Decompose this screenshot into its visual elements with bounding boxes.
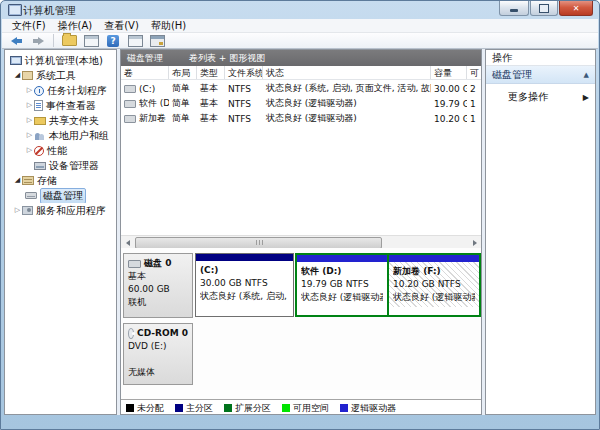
volume-row-f[interactable]: 新加卷 ... 简单 基本 NTFS 状态良好 (逻辑驱动器) 10.20 GB… xyxy=(121,111,481,126)
column-layout[interactable]: 布局 xyxy=(169,66,197,79)
disk-management-tool-icon xyxy=(150,35,165,47)
submenu-arrow-icon: ▶ xyxy=(583,93,589,102)
logical-drive-band xyxy=(389,255,479,262)
tree-item-label: 共享文件夹 xyxy=(49,114,99,128)
tree-item-local-users-groups[interactable]: ▷ 本地用户和组 xyxy=(5,128,116,143)
partition-status: 状态良好 (逻辑驱动器) xyxy=(301,291,383,304)
cell-volume: (C:) xyxy=(121,84,169,94)
tree-item-event-viewer[interactable]: ▷ 事件查看器 xyxy=(5,98,116,113)
free-space-swatch xyxy=(282,404,290,412)
column-capacity[interactable]: 容量 xyxy=(431,66,467,79)
tree-item-services-apps[interactable]: ▷ 服务和应用程序 xyxy=(5,203,116,218)
primary-partition-band xyxy=(196,254,293,261)
folder-up-icon xyxy=(62,35,77,46)
expander-collapsed-icon[interactable]: ▷ xyxy=(25,131,34,140)
expander-collapsed-icon[interactable]: ▷ xyxy=(25,101,34,110)
menu-file[interactable]: 文件(F) xyxy=(6,19,52,33)
expander-collapsed-icon[interactable]: ▷ xyxy=(25,86,34,95)
tree-item-performance[interactable]: ▷ 性能 xyxy=(5,143,116,158)
cell-status: 状态良好 (系统, 启动, 页面文件, 活动, 故障转储, 主分区) xyxy=(263,82,431,95)
column-filesystem[interactable]: 文件系统 xyxy=(225,66,263,79)
show-actions-pane-button[interactable] xyxy=(126,34,144,48)
scroll-left-button[interactable] xyxy=(121,237,134,248)
legend-primary: 主分区 xyxy=(175,402,213,415)
partition-d[interactable]: 软件 (D:) 19.79 GB NTFS 状态良好 (逻辑驱动器) xyxy=(297,255,387,315)
maximize-button[interactable] xyxy=(530,1,558,16)
cell-layout: 简单 xyxy=(169,82,197,95)
actions-pane: 操作 磁盘管理 ▲ 更多操作 ▶ xyxy=(485,49,596,415)
cdrom-media-status: 无媒体 xyxy=(128,366,188,379)
console-window-icon xyxy=(84,35,99,47)
minimize-button[interactable] xyxy=(499,1,529,16)
actions-section-disk-management[interactable]: 磁盘管理 ▲ xyxy=(486,66,595,84)
title-bar[interactable]: 计算机管理 ✕ xyxy=(1,1,599,19)
computer-management-window: 计算机管理 ✕ 文件(F) 操作(A) 查看(V) 帮助(H) ? 计算机管理(… xyxy=(0,0,600,430)
horizontal-scrollbar[interactable] xyxy=(121,235,481,248)
partition-size: 30.00 GB NTFS xyxy=(200,277,289,290)
extended-partition: 软件 (D:) 19.79 GB NTFS 状态良好 (逻辑驱动器) 新加卷 (… xyxy=(295,253,481,317)
close-button[interactable]: ✕ xyxy=(559,1,593,16)
tree-item-storage[interactable]: ◢ 存储 xyxy=(5,173,116,188)
partition-size: 19.79 GB NTFS xyxy=(301,278,383,291)
scroll-left-icon xyxy=(126,240,130,246)
show-console-tree-button[interactable] xyxy=(82,34,100,48)
collapse-section-icon[interactable]: ▲ xyxy=(584,71,589,79)
forward-arrow-icon xyxy=(38,37,44,45)
expander-collapsed-icon[interactable]: ▷ xyxy=(13,206,22,215)
partition-c[interactable]: (C:) 30.00 GB NTFS 状态良好 (系统, 启动, 页面文件, 活… xyxy=(195,253,294,317)
column-volume[interactable]: 卷 xyxy=(121,66,169,79)
task-scheduler-icon xyxy=(34,86,44,96)
cdrom-label-box[interactable]: CD-ROM 0 DVD (E:) 无媒体 xyxy=(123,323,193,385)
menu-view[interactable]: 查看(V) xyxy=(98,19,145,33)
disk-tools-button[interactable] xyxy=(148,34,166,48)
column-status[interactable]: 状态 xyxy=(263,66,431,79)
tree-item-label: 计算机管理(本地) xyxy=(25,54,103,68)
forward-button[interactable] xyxy=(29,34,47,48)
device-manager-icon xyxy=(34,162,46,170)
tree-item-disk-management[interactable]: 磁盘管理 xyxy=(5,188,116,203)
cell-free: 1 xyxy=(467,99,482,109)
volume-row-d[interactable]: 软件 (D:) 简单 基本 NTFS 状态良好 (逻辑驱动器) 19.79 GB… xyxy=(121,96,481,111)
expander-expanded-icon[interactable]: ◢ xyxy=(13,176,22,185)
cell-volume: 新加卷 ... xyxy=(121,112,169,125)
partition-size: 10.20 GB NTFS xyxy=(393,278,475,291)
menu-help[interactable]: 帮助(H) xyxy=(145,19,192,33)
minimize-icon xyxy=(510,9,518,12)
volume-icon xyxy=(124,115,136,123)
volume-row-c[interactable]: (C:) 简单 基本 NTFS 状态良好 (系统, 启动, 页面文件, 活动, … xyxy=(121,81,481,96)
expander-collapsed-icon[interactable]: ▷ xyxy=(25,116,34,125)
tree-item-device-manager[interactable]: 设备管理器 xyxy=(5,158,116,173)
expander-expanded-icon[interactable]: ◢ xyxy=(13,71,22,80)
partition-legend: 未分配 主分区 扩展分区 可用空间 逻辑驱动器 xyxy=(121,399,481,415)
back-button[interactable] xyxy=(7,34,25,48)
tree-item-shared-folders[interactable]: ▷ 共享文件夹 xyxy=(5,113,116,128)
tree-item-label: 任务计划程序 xyxy=(47,84,107,98)
tree-item-label: 服务和应用程序 xyxy=(36,204,106,218)
tree-item-label: 存储 xyxy=(37,174,57,188)
tree-item-system-tools[interactable]: ◢ 系统工具 xyxy=(5,68,116,83)
system-tools-icon xyxy=(22,71,33,80)
logical-swatch xyxy=(340,404,348,412)
disk0-status: 联机 xyxy=(128,296,188,309)
tree-item-task-scheduler[interactable]: ▷ 任务计划程序 xyxy=(5,83,116,98)
logical-drive-band xyxy=(297,255,387,262)
legend-free-space: 可用空间 xyxy=(282,402,329,415)
close-icon: ✕ xyxy=(573,4,580,13)
column-free-space[interactable]: 可 xyxy=(467,66,482,79)
cell-capacity: 19.79 GB xyxy=(431,99,467,109)
partition-name: 软件 (D:) xyxy=(301,265,383,278)
shared-folders-icon xyxy=(34,117,46,125)
column-type[interactable]: 类型 xyxy=(197,66,225,79)
primary-swatch xyxy=(175,404,183,412)
tree-item-label: 性能 xyxy=(47,144,67,158)
menu-action[interactable]: 操作(A) xyxy=(52,19,99,33)
view-subtitle: 卷列表 + 图形视图 xyxy=(189,52,265,65)
partition-f-selected[interactable]: 新加卷 (F:) 10.20 GB NTFS 状态良好 (逻辑驱动器) xyxy=(389,255,479,315)
up-level-button[interactable] xyxy=(60,34,78,48)
disk0-label-box[interactable]: 磁盘 0 基本 60.00 GB 联机 xyxy=(123,253,193,318)
help-button[interactable]: ? xyxy=(104,34,122,48)
tree-item-root[interactable]: 计算机管理(本地) xyxy=(5,53,116,68)
scroll-right-button[interactable] xyxy=(468,237,481,248)
more-actions-item[interactable]: 更多操作 ▶ xyxy=(486,89,595,105)
expander-collapsed-icon[interactable]: ▷ xyxy=(25,146,34,155)
